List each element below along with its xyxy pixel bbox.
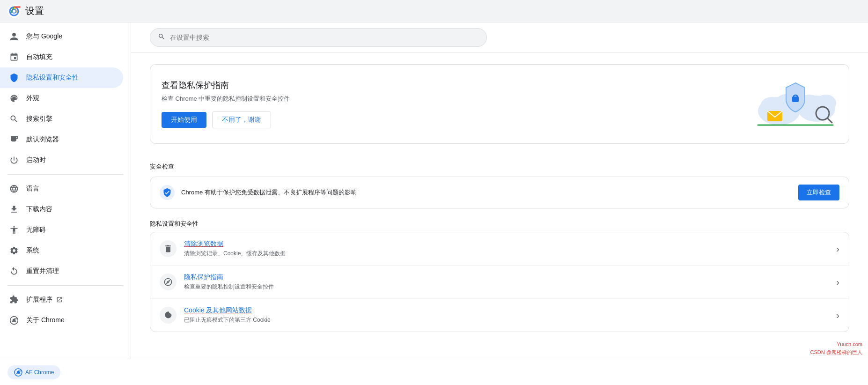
chrome-logo-icon: [7, 5, 21, 18]
sidebar-item-label-appearance: 外观: [26, 94, 39, 103]
sidebar-item-you-google[interactable]: 您与 Google: [0, 26, 123, 47]
power-icon: [9, 155, 19, 165]
sidebar-item-autofill[interactable]: 自动填充: [0, 47, 123, 67]
privacy-guide-list-content: 隐私保护指南 检查重要的隐私控制设置和安全控件: [184, 273, 829, 291]
watermark: Yuucn.com CSDN @爬楼梯的巨人: [810, 341, 862, 357]
sidebar-item-system[interactable]: 系统: [0, 240, 123, 261]
search-bar[interactable]: [150, 28, 487, 47]
extensions-label-wrap: 扩展程序: [26, 296, 63, 304]
privacy-list-item-privacy-guide[interactable]: 隐私保护指南 检查重要的隐私控制设置和安全控件 ›: [150, 266, 849, 299]
privacy-list-item-cookies[interactable]: Cookie 及其他网站数据 已阻止无痕模式下的第三方 Cookie ›: [150, 299, 849, 332]
cookie-icon-wrap: [160, 307, 177, 324]
sidebar-divider-2: [7, 285, 123, 286]
compass-icon-wrap: [160, 274, 177, 290]
sidebar-item-language[interactable]: 语言: [0, 178, 123, 199]
person-icon: [9, 32, 19, 41]
sidebar-item-label-you-google: 您与 Google: [26, 32, 62, 41]
sidebar-item-default-browser[interactable]: 默认浏览器: [0, 129, 123, 150]
privacy-guide-text: 查看隐私保护指南 检查 Chrome 中重要的隐私控制设置和安全控件 开始使用 …: [162, 80, 744, 128]
sidebar-item-label-default-browser: 默认浏览器: [26, 135, 59, 144]
cookies-content: Cookie 及其他网站数据 已阻止无痕模式下的第三方 Cookie: [184, 306, 829, 324]
sidebar-item-startup[interactable]: 启动时: [0, 150, 123, 170]
safety-check-description: Chrome 有助于保护您免受数据泄露、不良扩展程序等问题的影响: [181, 188, 792, 197]
clear-browsing-desc: 清除浏览记录、Cookie、缓存及其他数据: [184, 250, 829, 258]
safety-check-card: Chrome 有助于保护您免受数据泄露、不良扩展程序等问题的影响 立即检查: [150, 177, 849, 208]
chevron-right-icon-2: ›: [836, 277, 839, 288]
accessibility-icon: [9, 225, 19, 235]
sidebar-item-label-system: 系统: [26, 246, 39, 255]
privacy-list: 清除浏览数据 清除浏览记录、Cookie、缓存及其他数据 › 隐私保护指南 检查…: [150, 232, 849, 332]
start-button[interactable]: 开始使用: [162, 112, 206, 128]
top-bar: 设置: [0, 0, 868, 22]
chevron-right-icon-3: ›: [836, 310, 839, 321]
cookies-desc: 已阻止无痕模式下的第三方 Cookie: [184, 316, 829, 324]
reset-icon: [9, 267, 19, 276]
sidebar-item-downloads[interactable]: 下载内容: [0, 199, 123, 220]
shield-icon: [9, 73, 19, 82]
sidebar-item-label-extensions: 扩展程序: [26, 296, 52, 304]
download-icon: [9, 205, 19, 214]
autofill-icon: [9, 52, 19, 62]
privacy-guide-subtitle: 检查 Chrome 中重要的隐私控制设置和安全控件: [162, 95, 744, 103]
sidebar-item-label-search: 搜索引擎: [26, 115, 52, 123]
globe-icon: [9, 184, 19, 193]
chrome-icon: [9, 316, 19, 325]
decline-button[interactable]: 不用了，谢谢: [212, 111, 271, 128]
bottom-tab-label: AF Chrome: [25, 369, 54, 376]
search-bar-wrap: [131, 22, 868, 53]
privacy-guide-buttons: 开始使用 不用了，谢谢: [162, 111, 744, 128]
external-link-icon: [56, 296, 63, 303]
sidebar-item-label-accessibility: 无障碍: [26, 226, 46, 234]
privacy-illustration: [753, 76, 838, 132]
sidebar-item-about-chrome[interactable]: 关于 Chrome: [0, 310, 123, 331]
main-layout: 您与 Google 自动填充 隐私设置和安全性 外观 搜索引擎: [0, 22, 868, 359]
search-icon: [9, 114, 19, 124]
sidebar-item-privacy[interactable]: 隐私设置和安全性: [0, 67, 123, 88]
safety-check-icon: [160, 185, 175, 200]
sidebar-item-reset[interactable]: 重置并清理: [0, 261, 123, 281]
page-title: 设置: [25, 5, 44, 17]
privacy-guide-list-desc: 检查重要的隐私控制设置和安全控件: [184, 283, 829, 291]
watermark-line1: Yuucn.com: [810, 341, 862, 349]
sidebar-divider-1: [7, 174, 123, 175]
privacy-guide-card: 查看隐私保护指南 检查 Chrome 中重要的隐私控制设置和安全控件 开始使用 …: [150, 64, 849, 144]
cookies-title: Cookie 及其他网站数据: [184, 306, 829, 315]
clear-browsing-content: 清除浏览数据 清除浏览记录、Cookie、缓存及其他数据: [184, 240, 829, 258]
privacy-guide-title: 查看隐私保护指南: [162, 80, 744, 91]
search-bar-icon: [158, 33, 165, 42]
privacy-guide-list-title: 隐私保护指南: [184, 273, 829, 281]
chevron-right-icon-1: ›: [836, 244, 839, 254]
bottom-tab-chrome[interactable]: AF Chrome: [7, 365, 60, 379]
sidebar: 您与 Google 自动填充 隐私设置和安全性 外观 搜索引擎: [0, 22, 131, 359]
svg-point-3: [13, 10, 15, 13]
sidebar-item-label-downloads: 下载内容: [26, 205, 52, 214]
sidebar-item-label-about-chrome: 关于 Chrome: [26, 316, 65, 325]
browser-icon: [9, 135, 19, 144]
sidebar-item-label-autofill: 自动填充: [26, 53, 52, 61]
svg-line-15: [827, 118, 832, 123]
settings-icon: [9, 246, 19, 255]
watermark-line2: CSDN @爬楼梯的巨人: [810, 348, 862, 357]
content-area: 查看隐私保护指南 检查 Chrome 中重要的隐私控制设置和安全控件 开始使用 …: [131, 22, 868, 359]
search-input[interactable]: [170, 34, 479, 41]
sidebar-item-accessibility[interactable]: 无障碍: [0, 220, 123, 240]
privacy-list-item-clear-browsing[interactable]: 清除浏览数据 清除浏览记录、Cookie、缓存及其他数据 ›: [150, 232, 849, 266]
trash-icon-wrap: [160, 240, 177, 257]
privacy-section-heading: 隐私设置和安全性: [131, 212, 868, 232]
sidebar-item-label-language: 语言: [26, 185, 39, 193]
page-title-area: 设置: [7, 5, 44, 18]
palette-icon: [9, 94, 19, 103]
bottom-bar: AF Chrome: [0, 359, 868, 385]
sidebar-item-label-reset: 重置并清理: [26, 267, 59, 275]
sidebar-item-label-privacy: 隐私设置和安全性: [26, 74, 79, 82]
bottom-chrome-icon: [14, 368, 22, 377]
safety-check-button[interactable]: 立即检查: [798, 185, 839, 200]
sidebar-item-label-startup: 启动时: [26, 156, 46, 164]
svg-rect-12: [792, 96, 799, 102]
clear-browsing-title: 清除浏览数据: [184, 240, 829, 248]
safety-check-heading: 安全检查: [131, 155, 868, 175]
puzzle-icon: [9, 295, 19, 304]
sidebar-item-search[interactable]: 搜索引擎: [0, 109, 123, 129]
sidebar-item-appearance[interactable]: 外观: [0, 88, 123, 109]
sidebar-item-extensions[interactable]: 扩展程序: [0, 289, 123, 310]
